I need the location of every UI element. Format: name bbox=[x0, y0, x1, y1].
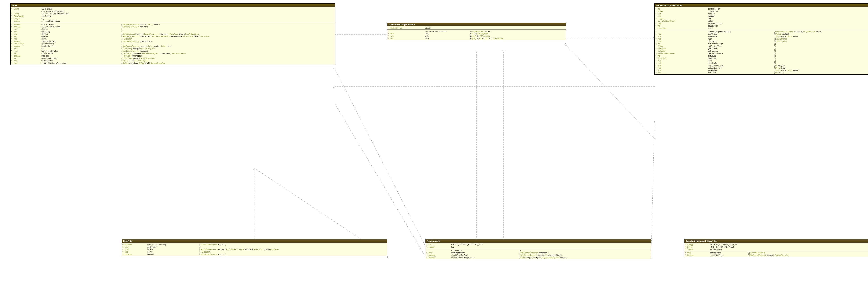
visibility-marker: - bbox=[11, 52, 14, 55]
uml-field-row: +String[]DEFAULT_EXCLUDE_SUFFIXS bbox=[684, 243, 868, 246]
uml-field-row: -OutputStreamstream bbox=[387, 27, 566, 29]
params: ( ) bbox=[774, 45, 776, 47]
visibility-marker: - bbox=[11, 13, 14, 15]
member-name: getHeaders bbox=[708, 50, 774, 52]
uml-class-fsos[interactable]: FilterServletOutputStream-OutputStreamst… bbox=[387, 23, 566, 40]
member-name: matches bbox=[41, 55, 121, 57]
member-name: getWriter bbox=[708, 57, 774, 59]
uml-field-row: -String[]excludeSuffixs bbox=[684, 248, 868, 251]
params: ( OutputStream stream ) bbox=[470, 30, 492, 32]
member-name: validateLevel bbox=[41, 60, 121, 62]
type-label: boolean bbox=[125, 253, 147, 255]
member-name: doFilter bbox=[41, 35, 121, 37]
type-label: ServletOutputStream bbox=[658, 20, 708, 22]
params: ( HttpServletRequest httpRequest, HttpSe… bbox=[121, 35, 209, 37]
uml-field-row: +Loggerlog bbox=[426, 246, 651, 248]
member-name: shouldGzippedBodyBeZero bbox=[451, 256, 519, 258]
uml-field-row: -exceptionsToLogDifferently bbox=[10, 10, 335, 12]
params: ( int code ) bbox=[774, 72, 784, 74]
uml-method-row: +voidsetStatus( int code ) bbox=[655, 72, 868, 74]
member-name: addHeader bbox=[708, 35, 774, 37]
member-name: setStatus bbox=[708, 72, 774, 74]
params: ( HttpServletRequest request ) bbox=[121, 50, 148, 52]
params: ( ) bbox=[774, 62, 776, 64]
member-name: contentType bbox=[708, 10, 774, 12]
params: ( ) bbox=[121, 28, 123, 30]
type-label: boolean bbox=[429, 254, 451, 256]
visibility-marker: - bbox=[655, 25, 658, 27]
uml-method-row: -voidvalidateMandatoryParameters( String… bbox=[10, 62, 335, 64]
member-name: initFilterBean bbox=[710, 252, 748, 254]
class-title: OpenEntityManagerInViewFilter bbox=[684, 239, 868, 243]
visibility-marker: # bbox=[11, 31, 14, 33]
type-label: String bbox=[687, 246, 710, 248]
type-label: void bbox=[14, 38, 41, 40]
visibility-marker: + bbox=[655, 33, 658, 35]
type-label: void bbox=[658, 67, 708, 69]
uml-class-gzip[interactable]: GzipFilter#booleanacceptsGzipEncoding( H… bbox=[122, 239, 387, 256]
visibility-marker: + bbox=[388, 30, 391, 32]
params: ( HttpServletRequest request ) bbox=[199, 244, 226, 246]
member-name: serialVersionUID bbox=[708, 22, 774, 25]
uml-field-row: +Loggerlog bbox=[10, 17, 335, 20]
type-label: int bbox=[658, 25, 708, 27]
visibility-marker: - bbox=[11, 10, 14, 12]
uml-field-row: -StringexceptionsToLogDifferentlyLevel bbox=[10, 12, 335, 15]
visibility-marker: + bbox=[655, 57, 658, 59]
member-name: statusCode bbox=[708, 25, 774, 27]
uml-class-grw[interactable]: GenericResponseWrapper-intcontentLength-… bbox=[654, 3, 868, 74]
member-name: acceptsGzipEncoding bbox=[147, 244, 199, 246]
type-label: void bbox=[125, 246, 147, 248]
member-name: getCookies bbox=[708, 47, 774, 49]
uml-method-row: +voidwrite( byte[] b, int off, int len )… bbox=[387, 37, 566, 40]
uml-class-filter[interactable]: Filter+StringNO_FILTER-exceptionsToLogDi… bbox=[10, 3, 335, 65]
visibility-marker: + bbox=[388, 37, 391, 39]
visibility-marker: + bbox=[655, 69, 658, 71]
member-name: log bbox=[708, 17, 774, 20]
uml-method-row: #booleanshouldNotFilter( HttpServletRequ… bbox=[684, 254, 868, 256]
uml-method-row: #voiddoFilter( HttpServletRequest httpRe… bbox=[10, 35, 335, 38]
class-title: ResponseUtil bbox=[426, 239, 651, 243]
visibility-marker: - bbox=[655, 20, 658, 22]
type-label: void bbox=[429, 252, 451, 254]
type-label: void bbox=[658, 40, 708, 42]
params: ( byte[] b, int off, int len ) IOExcepti… bbox=[470, 37, 503, 39]
uml-method-row: #voiddoDestroy( ) bbox=[122, 246, 387, 248]
type-label: boolean bbox=[14, 26, 41, 28]
visibility-marker: - bbox=[655, 13, 658, 15]
type-label: PrintWriter bbox=[658, 57, 708, 59]
uml-method-row: +voidresetBuffer( ) bbox=[655, 62, 868, 64]
connector-line bbox=[651, 121, 654, 256]
params: ( ) bbox=[199, 246, 201, 248]
member-name: doDestroy bbox=[41, 31, 121, 33]
uml-class-oemivf[interactable]: OpenEntityManagerInViewFilter+String[]DE… bbox=[684, 239, 868, 257]
uml-class-respUtil[interactable]: ResponseUtil+intEMPTY_GZIPPED_CONTENT_SI… bbox=[425, 239, 651, 259]
member-name: write bbox=[425, 37, 470, 39]
visibility-marker: - bbox=[11, 20, 14, 22]
member-name: ResponseUtil bbox=[451, 249, 519, 251]
type-label: String bbox=[658, 10, 708, 12]
uml-method-row: -voidlogThrowable( Throwable throwable, … bbox=[10, 52, 335, 55]
uml-method-row: +voidaddHeader( String name, String valu… bbox=[655, 35, 868, 38]
connector-line bbox=[566, 45, 654, 139]
methods-section: -ResponseUtil( )+voidaddGzipHeader( Http… bbox=[426, 249, 651, 259]
params: ( byte[] compressedBytes, HttpServletReq… bbox=[519, 256, 567, 258]
type-label: void bbox=[687, 252, 710, 254]
uml-field-row: +intEMPTY_GZIPPED_CONTENT_SIZE bbox=[426, 243, 651, 246]
uml-method-row: +FilterConfiggetFilterConfig( ) bbox=[10, 42, 335, 45]
type-label: void bbox=[14, 50, 41, 52]
connector-line bbox=[335, 104, 425, 256]
type-label: boolean bbox=[14, 40, 41, 42]
uml-method-row: +voidsetHeader( String name, String valu… bbox=[655, 69, 868, 72]
class-title: FilterServletOutputStream bbox=[387, 23, 566, 26]
type-label: void bbox=[14, 35, 41, 37]
type-label: Logger bbox=[429, 246, 451, 248]
uml-method-row: +voidaddCookie( Cookie cookie ) bbox=[655, 33, 868, 35]
type-label: boolean bbox=[14, 23, 41, 25]
type-label: void bbox=[125, 251, 147, 253]
class-title: Filter bbox=[10, 4, 335, 7]
uml-method-row: #voidinitFilterBean( ) ServletException bbox=[684, 251, 868, 254]
type-label: void bbox=[658, 33, 708, 35]
member-name: isIncluded bbox=[147, 253, 199, 255]
params: ( Throwable throwable ) bbox=[121, 55, 142, 57]
